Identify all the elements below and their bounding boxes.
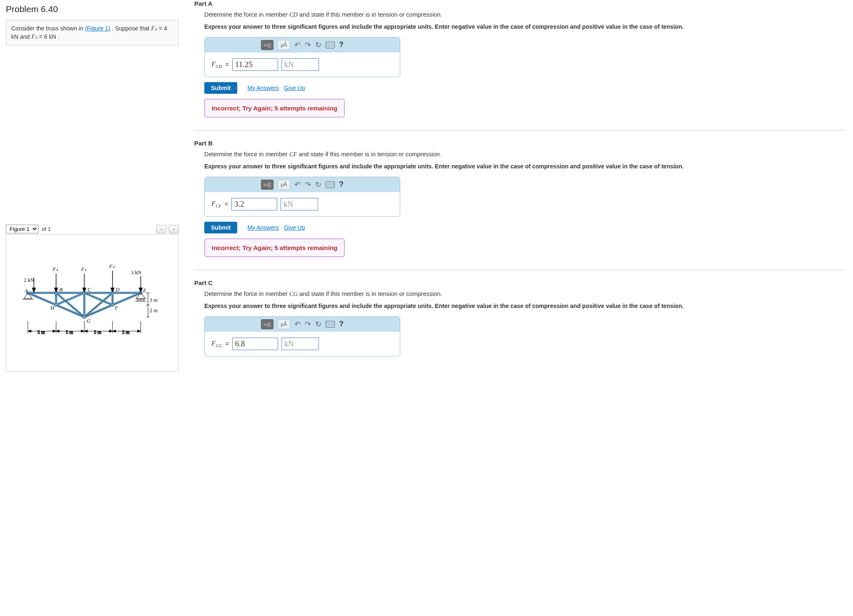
load-label: 3 kN	[131, 270, 141, 275]
svg-point-9	[137, 299, 139, 300]
answer-toolbar: ▭▯ μÅ ↶ ↷ ↻ ?	[205, 177, 400, 192]
unit-input[interactable]	[281, 58, 319, 71]
units-icon[interactable]: μÅ	[278, 180, 290, 190]
part-b: Part B Determine the force in member CF …	[194, 140, 845, 257]
var-f1: F₁	[151, 25, 157, 32]
force-label: F₁	[80, 267, 86, 273]
keyboard-icon[interactable]	[326, 42, 335, 48]
reset-icon[interactable]: ↻	[315, 40, 321, 50]
templates-icon[interactable]: ▭▯	[261, 319, 273, 329]
problem-description: Consider the truss shown in (Figure 1) .…	[6, 20, 179, 45]
submit-button[interactable]: Submit	[204, 222, 237, 233]
give-up-link[interactable]: Give Up	[284, 224, 305, 231]
dim-label: 5 m	[38, 330, 45, 335]
feedback-message: Incorrect; Try Again; 5 attempts remaini…	[204, 99, 345, 118]
desc-text: . Suppose that	[110, 25, 151, 32]
question-text: Determine the force in member CD and sta…	[204, 10, 845, 19]
dim-label: 2 m	[150, 308, 158, 313]
units-icon[interactable]: μÅ	[278, 40, 290, 50]
answer-box: ▭▯ μÅ ↶ ↷ ↻ ? FCD =	[204, 37, 400, 77]
templates-icon[interactable]: ▭▯	[261, 40, 273, 50]
desc-text: and	[18, 33, 31, 40]
answer-box: ▭▯ μÅ ↶ ↷ ↻ ? FCG =	[204, 316, 400, 356]
joint-label: D	[115, 287, 120, 293]
redo-icon[interactable]: ↷	[305, 320, 311, 329]
joint-label: F	[115, 305, 118, 311]
joint-label: A	[24, 288, 28, 293]
answer-box: ▭▯ μÅ ↶ ↷ ↻ ? FCF =	[204, 177, 400, 217]
templates-icon[interactable]: ▭▯	[261, 180, 273, 190]
answer-hint: Express your answer to three significant…	[204, 163, 845, 171]
svg-point-11	[143, 299, 144, 300]
dim-label: 5 m	[122, 330, 130, 335]
force-label: F₂	[109, 263, 115, 269]
variable-label: FCF	[211, 200, 221, 208]
desc-text: Consider the truss shown in	[11, 25, 85, 32]
joint-label: C	[88, 287, 91, 293]
svg-point-5	[55, 303, 58, 307]
part-title: Part A	[194, 0, 845, 7]
separator	[194, 130, 845, 130]
question-text: Determine the force in member CF and sta…	[204, 150, 845, 158]
answer-toolbar: ▭▯ μÅ ↶ ↷ ↻ ?	[205, 38, 400, 53]
units-icon[interactable]: μÅ	[278, 319, 290, 329]
my-answers-link[interactable]: My Answers	[247, 85, 278, 91]
problem-title: Problem 6.40	[6, 4, 179, 14]
joint-label: E	[143, 288, 146, 293]
redo-icon[interactable]: ↷	[305, 180, 311, 189]
unit-input[interactable]	[281, 338, 319, 350]
dim-label: 5 m	[94, 330, 101, 335]
dim-label: 5 m	[66, 330, 73, 335]
dim-label: 3 m	[150, 297, 158, 303]
equals: =	[226, 61, 229, 68]
part-title: Part B	[194, 140, 845, 147]
undo-icon[interactable]: ↶	[294, 180, 301, 189]
value-input[interactable]	[232, 338, 278, 350]
help-icon[interactable]: ?	[339, 40, 344, 49]
separator	[194, 270, 845, 270]
joint-label: B	[59, 287, 63, 293]
joint-label: G	[87, 318, 90, 324]
unit: kN	[11, 33, 18, 40]
help-icon[interactable]: ?	[339, 320, 344, 328]
variable-label: FCG	[211, 339, 222, 348]
figure-prev-button[interactable]: ‹	[156, 225, 166, 233]
load-label: 2 kN	[24, 277, 34, 283]
equals: =	[225, 201, 228, 208]
desc-text: = 4	[157, 25, 167, 32]
truss-diagram: 2 kN F₁ F₁ F₂ 3 kN A B C D E H G F 3 m 2…	[9, 240, 176, 361]
part-title: Part C	[194, 279, 845, 286]
figure-select[interactable]: Figure 1	[6, 225, 38, 233]
help-icon[interactable]: ?	[339, 180, 344, 189]
reset-icon[interactable]: ↻	[315, 320, 321, 329]
give-up-link[interactable]: Give Up	[284, 85, 305, 91]
figure-next-button[interactable]: ›	[169, 225, 179, 233]
variable-label: FCD	[211, 60, 222, 69]
part-c: Part C Determine the force in member CG …	[194, 279, 845, 361]
my-answers-link[interactable]: My Answers	[247, 224, 278, 231]
redo-icon[interactable]: ↷	[305, 40, 311, 50]
value-input[interactable]	[231, 198, 277, 210]
answer-toolbar: ▭▯ μÅ ↶ ↷ ↻ ?	[205, 317, 400, 332]
figure-panel: 2 kN F₁ F₁ F₂ 3 kN A B C D E H G F 3 m 2…	[6, 234, 179, 372]
unit-input[interactable]	[281, 198, 318, 210]
desc-text: .	[56, 33, 60, 40]
undo-icon[interactable]: ↶	[294, 40, 301, 50]
var-f2: F₂	[31, 34, 38, 40]
submit-button[interactable]: Submit	[204, 82, 237, 94]
reset-icon[interactable]: ↻	[315, 180, 321, 189]
answer-hint: Express your answer to three significant…	[204, 23, 845, 31]
svg-point-7	[111, 303, 114, 307]
keyboard-icon[interactable]	[326, 321, 335, 328]
svg-point-6	[83, 316, 86, 319]
feedback-message: Incorrect; Try Again; 5 attempts remaini…	[204, 238, 345, 257]
figure-count: of 1	[42, 226, 51, 232]
answer-hint: Express your answer to three significant…	[204, 302, 845, 311]
svg-point-10	[140, 299, 142, 300]
unit: kN	[49, 33, 56, 40]
part-a: Part A Determine the force in member CD …	[194, 0, 845, 118]
keyboard-icon[interactable]	[326, 181, 335, 188]
value-input[interactable]	[232, 58, 278, 71]
undo-icon[interactable]: ↶	[294, 320, 301, 329]
figure-link[interactable]: (Figure 1)	[85, 25, 110, 32]
